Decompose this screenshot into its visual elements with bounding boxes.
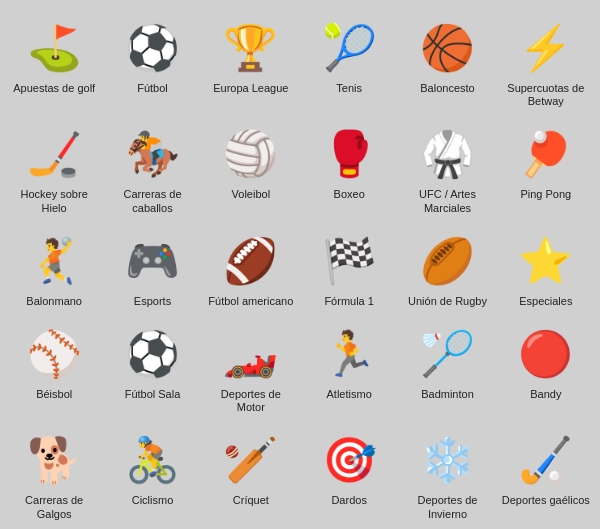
- sport-label-bandy: Bandy: [530, 388, 561, 401]
- sport-item-deportes-motor[interactable]: 🏎️Deportes de Motor: [202, 316, 300, 422]
- sport-icon-esports: 🎮: [122, 231, 182, 291]
- sport-icon-rugby-union: 🏉: [417, 231, 477, 291]
- sport-item-formula1[interactable]: 🏁Fórmula 1: [300, 223, 398, 316]
- sport-item-europa-league[interactable]: 🏆Europa League: [202, 10, 300, 116]
- sport-icon-golf: ⛳: [24, 18, 84, 78]
- sport-item-hockey-hielo[interactable]: 🏒Hockey sobre Hielo: [5, 116, 103, 222]
- sports-grid: ⛳Apuestas de golf⚽Fútbol🏆Europa League🎾T…: [0, 0, 600, 529]
- sport-label-carreras-galgos: Carreras de Galgos: [9, 494, 99, 520]
- sport-label-europa-league: Europa League: [213, 82, 288, 95]
- sport-icon-hockey-hielo: 🏒: [24, 124, 84, 184]
- sport-item-atletismo[interactable]: 🏃Atletismo: [300, 316, 398, 422]
- sport-label-deportes-motor: Deportes de Motor: [206, 388, 296, 414]
- sport-label-futbol: Fútbol: [137, 82, 168, 95]
- sport-item-criquet[interactable]: 🏏Críquet: [202, 422, 300, 528]
- sport-icon-voleibol: 🏐: [221, 124, 281, 184]
- sport-label-beisbol: Béisbol: [36, 388, 72, 401]
- sport-label-formula1: Fórmula 1: [324, 295, 374, 308]
- sport-icon-europa-league: 🏆: [221, 18, 281, 78]
- sport-icon-ufc: 🥋: [417, 124, 477, 184]
- sport-icon-deportes-motor: 🏎️: [221, 324, 281, 384]
- sport-icon-dardos: 🎯: [319, 430, 379, 490]
- sport-icon-balonmano: 🤾: [24, 231, 84, 291]
- sport-item-balonmano[interactable]: 🤾Balonmano: [5, 223, 103, 316]
- sport-icon-carreras-caballos: 🏇: [122, 124, 182, 184]
- sport-label-golf: Apuestas de golf: [13, 82, 95, 95]
- sport-label-voleibol: Voleibol: [232, 188, 271, 201]
- sport-label-esports: Esports: [134, 295, 171, 308]
- sport-item-boxeo[interactable]: 🥊Boxeo: [300, 116, 398, 222]
- sport-item-ping-pong[interactable]: 🏓Ping Pong: [497, 116, 595, 222]
- sport-item-deportes-gaelicos[interactable]: 🏑Deportes gaélicos: [497, 422, 595, 528]
- sport-item-bandy[interactable]: 🔴Bandy: [497, 316, 595, 422]
- sport-icon-ping-pong: 🏓: [516, 124, 576, 184]
- sport-icon-beisbol: ⚾: [24, 324, 84, 384]
- sport-item-ufc[interactable]: 🥋UFC / Artes Marciales: [398, 116, 496, 222]
- sport-item-deportes-invierno[interactable]: ❄️Deportes de Invierno: [398, 422, 496, 528]
- sport-icon-deportes-gaelicos: 🏑: [516, 430, 576, 490]
- sport-label-baloncesto: Baloncesto: [420, 82, 474, 95]
- sport-icon-bandy: 🔴: [516, 324, 576, 384]
- sport-label-atletismo: Atletismo: [327, 388, 372, 401]
- sport-item-futbol[interactable]: ⚽Fútbol: [103, 10, 201, 116]
- sport-label-badminton: Badminton: [421, 388, 474, 401]
- sport-item-tenis[interactable]: 🎾Tenis: [300, 10, 398, 116]
- sport-icon-betway: ⚡: [516, 18, 576, 78]
- sport-item-carreras-galgos[interactable]: 🐕Carreras de Galgos: [5, 422, 103, 528]
- sport-item-especiales[interactable]: ⭐Especiales: [497, 223, 595, 316]
- sport-icon-futbol-americano: 🏈: [221, 231, 281, 291]
- sport-item-ciclismo[interactable]: 🚴Ciclismo: [103, 422, 201, 528]
- sport-label-ufc: UFC / Artes Marciales: [402, 188, 492, 214]
- sport-label-balonmano: Balonmano: [26, 295, 82, 308]
- sport-label-ping-pong: Ping Pong: [520, 188, 571, 201]
- sport-item-futbol-americano[interactable]: 🏈Fútbol americano: [202, 223, 300, 316]
- sport-icon-especiales: ⭐: [516, 231, 576, 291]
- sport-item-badminton[interactable]: 🏸Badminton: [398, 316, 496, 422]
- sport-label-criquet: Críquet: [233, 494, 269, 507]
- sport-label-ciclismo: Ciclismo: [132, 494, 174, 507]
- sport-item-golf[interactable]: ⛳Apuestas de golf: [5, 10, 103, 116]
- sport-item-betway[interactable]: ⚡Supercuotas de Betway: [497, 10, 595, 116]
- sport-item-rugby-union[interactable]: 🏉Unión de Rugby: [398, 223, 496, 316]
- sport-label-tenis: Tenis: [336, 82, 362, 95]
- sport-icon-boxeo: 🥊: [319, 124, 379, 184]
- sport-icon-badminton: 🏸: [417, 324, 477, 384]
- sport-label-carreras-caballos: Carreras de caballos: [107, 188, 197, 214]
- sport-icon-ciclismo: 🚴: [122, 430, 182, 490]
- sport-label-futbol-sala: Fútbol Sala: [125, 388, 181, 401]
- sport-icon-futbol: ⚽: [122, 18, 182, 78]
- sport-item-dardos[interactable]: 🎯Dardos: [300, 422, 398, 528]
- sport-label-deportes-gaelicos: Deportes gaélicos: [502, 494, 590, 507]
- sport-label-dardos: Dardos: [331, 494, 366, 507]
- sport-item-carreras-caballos[interactable]: 🏇Carreras de caballos: [103, 116, 201, 222]
- sport-label-futbol-americano: Fútbol americano: [208, 295, 293, 308]
- sport-label-rugby-union: Unión de Rugby: [408, 295, 487, 308]
- sport-icon-tenis: 🎾: [319, 18, 379, 78]
- sport-item-voleibol[interactable]: 🏐Voleibol: [202, 116, 300, 222]
- sport-icon-formula1: 🏁: [319, 231, 379, 291]
- sport-item-futbol-sala[interactable]: ⚽Fútbol Sala: [103, 316, 201, 422]
- sport-label-deportes-invierno: Deportes de Invierno: [402, 494, 492, 520]
- sport-icon-criquet: 🏏: [221, 430, 281, 490]
- sport-label-especiales: Especiales: [519, 295, 572, 308]
- sport-label-betway: Supercuotas de Betway: [501, 82, 591, 108]
- sport-item-beisbol[interactable]: ⚾Béisbol: [5, 316, 103, 422]
- sport-item-baloncesto[interactable]: 🏀Baloncesto: [398, 10, 496, 116]
- sport-label-boxeo: Boxeo: [334, 188, 365, 201]
- sport-icon-baloncesto: 🏀: [417, 18, 477, 78]
- sport-icon-futbol-sala: ⚽: [122, 324, 182, 384]
- sport-icon-deportes-invierno: ❄️: [417, 430, 477, 490]
- sport-icon-atletismo: 🏃: [319, 324, 379, 384]
- sport-label-hockey-hielo: Hockey sobre Hielo: [9, 188, 99, 214]
- sport-icon-carreras-galgos: 🐕: [24, 430, 84, 490]
- sport-item-esports[interactable]: 🎮Esports: [103, 223, 201, 316]
